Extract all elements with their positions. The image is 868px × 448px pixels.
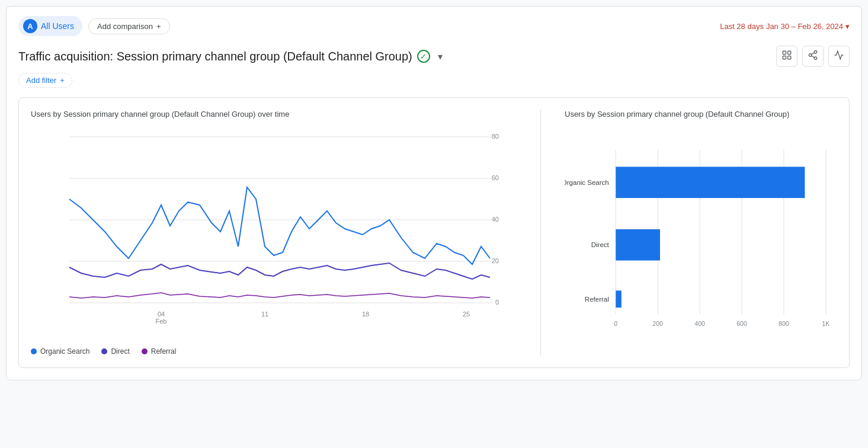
page-title: Traffic acquisition: Session primary cha…: [18, 50, 412, 63]
direct-label: Direct: [591, 242, 610, 249]
charts-container: Users by Session primary channel group (…: [18, 97, 850, 368]
title-dropdown-arrow[interactable]: ▾: [435, 51, 446, 62]
share-button[interactable]: [802, 46, 824, 67]
svg-rect-1: [788, 51, 791, 54]
date-dropdown-arrow: ▾: [845, 22, 850, 31]
svg-point-6: [814, 57, 817, 60]
line-chart-title: Users by Session primary channel group (…: [31, 110, 517, 119]
svg-text:800: 800: [779, 320, 789, 327]
legend-label-referral: Referral: [151, 347, 177, 356]
title-actions: [776, 46, 850, 67]
legend-dot-referral: [142, 348, 148, 354]
line-chart-legend: Organic Search Direct Referral: [31, 347, 517, 356]
explore-button[interactable]: [828, 46, 850, 67]
organic-search-bar: [616, 167, 805, 198]
line-chart-wrapper: 80 60 40 20 0: [31, 128, 517, 341]
direct-line: [69, 263, 490, 279]
add-comparison-button[interactable]: Add comparison +: [88, 18, 170, 34]
svg-point-5: [809, 53, 812, 56]
svg-line-7: [811, 56, 814, 57]
add-comparison-label: Add comparison: [97, 22, 153, 31]
bar-chart-svg: Organic Search Direct Referral 0 200 400…: [565, 128, 837, 353]
svg-text:0: 0: [495, 299, 499, 306]
legend-dot-organic: [31, 348, 37, 354]
svg-text:20: 20: [492, 257, 499, 264]
line-chart-svg: 80 60 40 20 0: [31, 128, 517, 341]
legend-label-organic: Organic Search: [40, 347, 89, 356]
plus-icon: +: [156, 22, 161, 31]
svg-text:Feb: Feb: [156, 318, 167, 325]
referral-line: [69, 293, 490, 298]
avatar: A: [23, 19, 37, 33]
add-filter-button[interactable]: Add filter +: [18, 73, 72, 88]
svg-text:600: 600: [736, 320, 747, 327]
explore-icon: [834, 50, 844, 63]
chart-icon: [781, 50, 792, 63]
bar-chart-section: Users by Session primary channel group (…: [541, 110, 837, 356]
svg-rect-3: [788, 56, 791, 59]
date-range-label: Last 28 days: [720, 22, 764, 31]
svg-text:400: 400: [694, 320, 705, 327]
svg-text:80: 80: [492, 133, 499, 140]
date-range-value: Jan 30 – Feb 26, 2024: [766, 22, 843, 31]
legend-direct: Direct: [101, 347, 129, 356]
svg-text:200: 200: [652, 320, 663, 327]
svg-text:40: 40: [492, 216, 499, 223]
referral-bar: [616, 290, 622, 308]
svg-point-4: [814, 50, 817, 53]
legend-referral: Referral: [142, 347, 177, 356]
date-range[interactable]: Last 28 days Jan 30 – Feb 26, 2024 ▾: [720, 22, 850, 31]
bar-chart-wrapper: Organic Search Direct Referral 0 200 400…: [565, 128, 837, 353]
svg-text:11: 11: [261, 311, 268, 318]
organic-search-line: [69, 187, 490, 264]
referral-label: Referral: [585, 296, 609, 303]
legend-organic-search: Organic Search: [31, 347, 89, 356]
svg-text:18: 18: [362, 311, 369, 318]
svg-text:60: 60: [492, 174, 499, 181]
check-circle-icon: ✓: [417, 50, 430, 63]
add-filter-plus-icon: +: [60, 76, 65, 85]
svg-text:1K: 1K: [822, 320, 829, 327]
svg-rect-0: [783, 51, 786, 54]
chart-customize-button[interactable]: [776, 46, 797, 67]
line-chart-section: Users by Session primary channel group (…: [31, 110, 541, 356]
organic-search-label: Organic Search: [565, 179, 609, 186]
add-filter-label: Add filter: [26, 76, 56, 85]
svg-text:25: 25: [463, 311, 470, 318]
svg-rect-2: [783, 56, 786, 59]
share-icon: [808, 50, 818, 63]
all-users-label: All Users: [41, 21, 74, 31]
svg-line-8: [811, 52, 814, 54]
title-row: Traffic acquisition: Session primary cha…: [18, 46, 850, 67]
title-left: Traffic acquisition: Session primary cha…: [18, 50, 446, 63]
svg-text:04: 04: [158, 311, 165, 318]
top-bar: A All Users Add comparison + Last 28 day…: [18, 16, 850, 36]
direct-bar: [616, 229, 660, 261]
top-bar-left: A All Users Add comparison +: [18, 16, 170, 36]
legend-dot-direct: [101, 348, 107, 354]
main-container: A All Users Add comparison + Last 28 day…: [6, 6, 862, 380]
svg-text:0: 0: [614, 320, 617, 327]
legend-label-direct: Direct: [111, 347, 129, 356]
bar-chart-title: Users by Session primary channel group (…: [565, 110, 837, 119]
all-users-badge[interactable]: A All Users: [18, 16, 82, 36]
